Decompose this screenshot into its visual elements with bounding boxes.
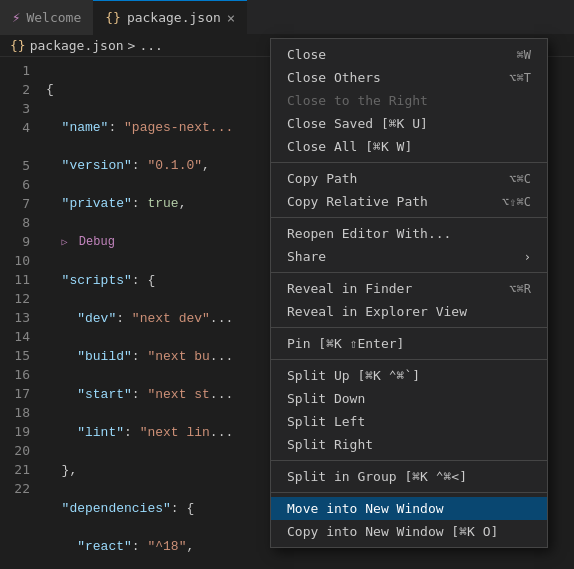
menu-item-copy-path-shortcut: ⌥⌘C	[509, 172, 531, 186]
menu-item-close-all[interactable]: Close All [⌘K W]	[271, 135, 547, 158]
menu-item-close-right: Close to the Right	[271, 89, 547, 112]
menu-item-close-others[interactable]: Close Others ⌥⌘T	[271, 66, 547, 89]
menu-item-close-all-label: Close All [⌘K W]	[287, 139, 531, 154]
breadcrumb-path: ...	[139, 38, 162, 53]
menu-item-share[interactable]: Share ›	[271, 245, 547, 268]
share-submenu-arrow: ›	[524, 250, 531, 264]
separator-2	[271, 217, 547, 218]
menu-item-pin[interactable]: Pin [⌘K ⇧Enter]	[271, 332, 547, 355]
menu-item-close-others-shortcut: ⌥⌘T	[509, 71, 531, 85]
menu-item-split-up-label: Split Up [⌘K ⌃⌘`]	[287, 368, 531, 383]
json-icon: {}	[105, 10, 121, 25]
menu-item-split-left[interactable]: Split Left	[271, 410, 547, 433]
menu-item-split-in-group-label: Split in Group [⌘K ⌃⌘<]	[287, 469, 531, 484]
menu-item-copy-new-window[interactable]: Copy into New Window [⌘K O]	[271, 520, 547, 543]
menu-item-reveal-finder[interactable]: Reveal in Finder ⌥⌘R	[271, 277, 547, 300]
tab-welcome[interactable]: ⚡ Welcome	[0, 0, 93, 35]
menu-item-close-saved[interactable]: Close Saved [⌘K U]	[271, 112, 547, 135]
context-menu: Close ⌘W Close Others ⌥⌘T Close to the R…	[270, 38, 548, 548]
menu-item-split-down[interactable]: Split Down	[271, 387, 547, 410]
menu-item-copy-relative-path-shortcut: ⌥⇧⌘C	[502, 195, 531, 209]
menu-item-copy-new-window-label: Copy into New Window [⌘K O]	[287, 524, 531, 539]
menu-item-close[interactable]: Close ⌘W	[271, 43, 547, 66]
menu-item-reveal-explorer[interactable]: Reveal in Explorer View	[271, 300, 547, 323]
menu-item-split-down-label: Split Down	[287, 391, 531, 406]
separator-6	[271, 460, 547, 461]
welcome-icon: ⚡	[12, 9, 20, 25]
menu-item-split-up[interactable]: Split Up [⌘K ⌃⌘`]	[271, 364, 547, 387]
menu-item-close-others-label: Close Others	[287, 70, 489, 85]
tab-package-json-label: package.json	[127, 10, 221, 25]
breadcrumb-icon: {}	[10, 38, 26, 53]
line-numbers: 1 2 3 4 5 6 7 8 9 10 11 12 13 14 15 16 1…	[0, 57, 40, 565]
menu-item-move-new-window[interactable]: Move into New Window	[271, 497, 547, 520]
menu-item-copy-path[interactable]: Copy Path ⌥⌘C	[271, 167, 547, 190]
tab-close-button[interactable]: ×	[227, 11, 235, 25]
menu-item-reveal-finder-label: Reveal in Finder	[287, 281, 489, 296]
menu-item-copy-relative-path[interactable]: Copy Relative Path ⌥⇧⌘C	[271, 190, 547, 213]
breadcrumb-filename[interactable]: package.json	[30, 38, 124, 53]
menu-item-reveal-finder-shortcut: ⌥⌘R	[509, 282, 531, 296]
menu-item-pin-label: Pin [⌘K ⇧Enter]	[287, 336, 531, 351]
debug-button[interactable]: ▷ Debug	[62, 233, 115, 252]
menu-item-split-in-group[interactable]: Split in Group [⌘K ⌃⌘<]	[271, 465, 547, 488]
menu-item-reveal-explorer-label: Reveal in Explorer View	[287, 304, 531, 319]
menu-item-close-label: Close	[287, 47, 497, 62]
menu-item-reopen-editor-label: Reopen Editor With...	[287, 226, 531, 241]
menu-item-share-label: Share	[287, 249, 524, 264]
menu-item-close-right-label: Close to the Right	[287, 93, 531, 108]
separator-4	[271, 327, 547, 328]
menu-item-split-right[interactable]: Split Right	[271, 433, 547, 456]
tab-package-json[interactable]: {} package.json ×	[93, 0, 247, 35]
menu-item-split-right-label: Split Right	[287, 437, 531, 452]
separator-1	[271, 162, 547, 163]
menu-item-close-shortcut: ⌘W	[517, 48, 531, 62]
breadcrumb-separator: >	[128, 38, 136, 53]
menu-item-move-new-window-label: Move into New Window	[287, 501, 531, 516]
tab-bar: ⚡ Welcome {} package.json ×	[0, 0, 574, 35]
menu-item-copy-path-label: Copy Path	[287, 171, 489, 186]
menu-item-reopen-editor[interactable]: Reopen Editor With...	[271, 222, 547, 245]
menu-item-split-left-label: Split Left	[287, 414, 531, 429]
separator-5	[271, 359, 547, 360]
separator-7	[271, 492, 547, 493]
menu-item-copy-relative-path-label: Copy Relative Path	[287, 194, 482, 209]
tab-welcome-label: Welcome	[26, 10, 81, 25]
menu-item-close-saved-label: Close Saved [⌘K U]	[287, 116, 531, 131]
separator-3	[271, 272, 547, 273]
